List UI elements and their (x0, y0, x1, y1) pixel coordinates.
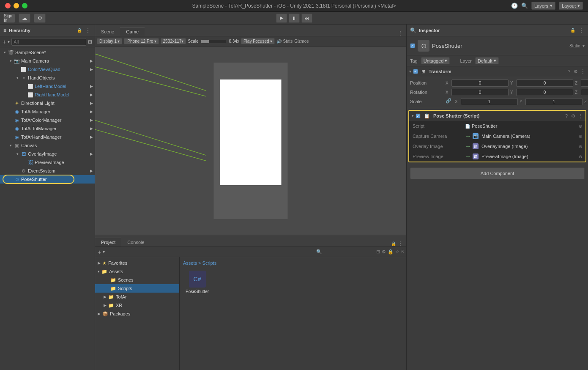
bottom-menu-icon[interactable]: ⋮ (398, 241, 403, 247)
poseshutter-header[interactable]: ▾ ✓ 📋 Pose Shutter (Script) ? ⚙ ⋮ (409, 111, 585, 121)
file-item-scripts[interactable]: 📁 Scripts (95, 284, 179, 293)
tree-item-maincamera[interactable]: ▾ 📷 Main Camera ▶ (0, 57, 95, 65)
transform-expand-icon[interactable]: ▾ (409, 69, 411, 74)
pause-button[interactable]: ⏸ (289, 14, 300, 23)
expand-icon2[interactable]: ▾ (8, 143, 14, 148)
transform-header[interactable]: ▾ ✓ ⊞ Transform ? ⚙ ⋮ (407, 66, 588, 77)
file-item-tofar[interactable]: ▶ 📁 TofAr (95, 293, 179, 301)
transform-settings-icon[interactable]: ⚙ (574, 69, 578, 74)
tab-console[interactable]: Console (121, 238, 150, 247)
tag-dropdown[interactable]: Untagged ▾ (421, 57, 450, 64)
tree-item-colorviewquad[interactable]: ⬜ ColorViewQuad ▶ (0, 65, 95, 74)
tree-item-tofarcolormanager[interactable]: ◉ TofArColorManager ▶ (0, 116, 95, 124)
hierarchy-search-input[interactable] (11, 38, 86, 46)
rotation-z-input[interactable] (581, 89, 588, 96)
play-button[interactable]: ▶ (276, 14, 287, 23)
tab-game[interactable]: Game (120, 27, 145, 36)
poseshutter-menu-icon[interactable]: ⋮ (578, 113, 583, 119)
tree-item-directionallight[interactable]: ☀ Directional Light ▶ (0, 99, 95, 107)
scale-x-input[interactable] (461, 98, 518, 105)
settings-icon[interactable]: ⚙ (382, 249, 386, 255)
hierarchy-lock-icon[interactable]: 🔒 (76, 27, 83, 34)
game-viewport[interactable] (95, 47, 406, 235)
step-button[interactable]: ⏭ (301, 14, 312, 23)
signin-button[interactable]: Sign In (3, 14, 15, 23)
minimize-button[interactable] (14, 3, 19, 8)
layout-dropdown[interactable]: Layout ▾ (559, 2, 583, 10)
expand-icon[interactable]: ▾ (2, 49, 8, 55)
file-item-xr[interactable]: ▶ 📁 XR (95, 301, 179, 310)
overlay-link-icon[interactable]: ⊙ (579, 144, 582, 149)
play-focused-dropdown[interactable]: Play Focused ▾ (241, 38, 275, 44)
tab-project[interactable]: Project (95, 238, 121, 247)
position-z-input[interactable] (581, 79, 588, 87)
file-item-assets[interactable]: ▾ 📁 Assets (95, 267, 179, 276)
search-icon[interactable]: 🔍 (521, 3, 528, 9)
capture-link-icon[interactable]: ⊙ (579, 134, 582, 139)
position-x-input[interactable] (451, 79, 509, 87)
poseshutter-help-icon[interactable]: ? (565, 113, 568, 118)
tree-item-canvas[interactable]: ▾ ▣ Canvas (0, 141, 95, 150)
tree-item-handobjects[interactable]: ▾ ⚬ HandObjects (0, 74, 95, 82)
add-component-button[interactable]: Add Component (410, 167, 585, 179)
add-dropdown-icon[interactable]: ▾ (103, 249, 105, 254)
add-icon[interactable]: + (98, 249, 101, 255)
display-dropdown[interactable]: Display 1 ▾ (97, 38, 122, 44)
transform-checkbox[interactable]: ✓ (413, 69, 418, 74)
tree-item-tofarmanager[interactable]: ◉ TofArManager ▶ (0, 107, 95, 116)
script-link-icon[interactable]: ⊙ (579, 124, 582, 129)
search-icon2[interactable]: 🔍 (316, 249, 322, 255)
file-item-scenes[interactable]: 📁 Scenes (95, 276, 179, 284)
maximize-button[interactable] (22, 3, 27, 8)
layer-dropdown[interactable]: Default ▾ (475, 57, 499, 64)
cloud-button[interactable]: ☁ (19, 14, 30, 23)
tree-item-previewimage[interactable]: 🖼 PreviewImage (0, 158, 95, 167)
static-dropdown-icon[interactable]: ▾ (583, 44, 585, 48)
rotation-y-input[interactable] (516, 89, 573, 96)
poseshutter-checkbox[interactable]: ✓ (416, 113, 421, 118)
tree-item-samplescene[interactable]: ▾ 🎬 SampleScene* (0, 48, 95, 57)
file-item-favorites[interactable]: ▶ ★ Favorites (95, 259, 179, 267)
tree-item-tofarhandmanager[interactable]: ◉ TofArHandManager ▶ (0, 133, 95, 141)
lock-icon2[interactable]: 🔒 (388, 249, 394, 255)
gizmos-label[interactable]: Gizmos (294, 39, 309, 44)
inspector-menu-icon[interactable]: ⋮ (578, 27, 585, 34)
list-view-icon[interactable]: ⊞ (88, 39, 92, 45)
window-controls[interactable] (5, 3, 27, 8)
view-options-icon[interactable]: ⊞ (376, 249, 380, 255)
tab-scene[interactable]: Scene (95, 27, 120, 36)
plus-icon[interactable]: + (3, 38, 6, 45)
file-item-packages[interactable]: ▶ 📦 Packages (95, 310, 179, 318)
position-y-input[interactable] (516, 79, 573, 87)
lock-icon[interactable]: 🔒 (391, 241, 396, 246)
scale-slider-thumb[interactable] (201, 40, 209, 43)
resolution-dropdown[interactable]: 2532x117▾ (161, 38, 186, 44)
poseshutter-expand-icon[interactable]: ▾ (412, 114, 414, 118)
scale-link-icon[interactable]: 🔗 (446, 98, 451, 105)
expand-icon[interactable]: ▾ (8, 58, 14, 64)
object-name[interactable]: PoseShutter (432, 43, 462, 49)
stats-label[interactable]: Stats (283, 39, 293, 44)
close-button[interactable] (5, 3, 11, 8)
audio-icon[interactable]: 🔊 (276, 39, 282, 44)
inspector-lock-icon[interactable]: 🔒 (569, 27, 576, 34)
preview-link-icon[interactable]: ⊙ (579, 154, 582, 159)
scale-y-input[interactable] (525, 98, 583, 105)
transform-menu-icon[interactable]: ⋮ (580, 69, 585, 74)
tree-item-righthandmodel[interactable]: ⬜ RightHandModel ▶ (0, 90, 95, 99)
dropdown-arrow-icon[interactable]: ▾ (8, 39, 10, 44)
device-dropdown[interactable]: iPhone 12 Pro ▾ (124, 38, 159, 44)
history-icon[interactable]: 🕐 (511, 3, 518, 9)
tree-item-eventsystem[interactable]: ⚙ EventSystem ▶ (0, 167, 95, 175)
tree-item-lefthandmodel[interactable]: ⬜ LeftHandModel ▶ (0, 82, 95, 90)
asset-poseshutter[interactable]: C# PoseShutter (183, 269, 211, 296)
layers-dropdown[interactable]: Layers ▾ (531, 2, 555, 10)
rotation-x-input[interactable] (451, 89, 509, 96)
star-icon[interactable]: ☆ (395, 249, 399, 255)
expand-icon[interactable]: ▾ (14, 75, 20, 81)
transform-help-icon[interactable]: ? (568, 69, 570, 74)
hierarchy-menu-icon[interactable]: ⋮ (85, 27, 91, 34)
object-active-checkbox[interactable]: ✓ (410, 43, 415, 48)
poseshutter-settings-icon[interactable]: ⚙ (571, 113, 575, 119)
tree-item-overlayimage[interactable]: ▾ 🖼 OverlayImage ▶ (0, 150, 95, 158)
